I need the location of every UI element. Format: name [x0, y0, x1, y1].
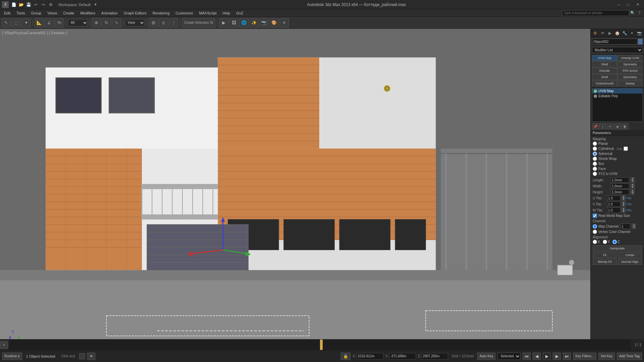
spherical-radio[interactable]: Spherical: [593, 152, 642, 156]
view-select[interactable]: View: [125, 19, 145, 26]
undo-btn[interactable]: ↩: [33, 2, 39, 8]
mod-btn-shell2[interactable]: Shell: [592, 74, 617, 80]
mod-btn-shell1[interactable]: Shell: [592, 61, 617, 67]
menu-group[interactable]: Group: [29, 10, 44, 16]
render-setup[interactable]: Create Selection St: [182, 18, 215, 27]
normal-align-btn[interactable]: Normal Align: [618, 259, 642, 265]
search-input[interactable]: [562, 10, 629, 16]
snap-toggle[interactable]: 📐: [35, 18, 44, 27]
save-btn[interactable]: 💾: [25, 2, 32, 8]
menu-modifiers[interactable]: Modifiers: [77, 10, 98, 16]
mod-btn-sweep[interactable]: Sweep: [618, 80, 643, 86]
menu-graph-editors[interactable]: Graph Editors: [121, 10, 149, 16]
mod-btn-turbosmooth[interactable]: TurboSmooth: [592, 80, 617, 86]
runtime-btn[interactable]: Runtime e: [2, 353, 22, 360]
scale-btn[interactable]: ⤡: [112, 18, 121, 27]
menu-rendering[interactable]: Rendering: [150, 10, 172, 16]
xyz-to-uvw-radio[interactable]: XYZ to UVW: [593, 172, 642, 176]
go-to-start-btn[interactable]: ⏮: [523, 353, 531, 360]
width-down-btn[interactable]: ▼: [631, 186, 635, 189]
search-btn[interactable]: 🔍: [629, 10, 636, 16]
box-radio[interactable]: Box: [593, 162, 642, 166]
effects-btn[interactable]: ✨: [249, 18, 259, 27]
pin-stack-btn[interactable]: 📌: [592, 123, 599, 129]
center-btn[interactable]: Center: [618, 252, 642, 258]
selection-filter[interactable]: All: [68, 19, 88, 26]
play-btn[interactable]: ▶: [543, 353, 551, 360]
click-input[interactable]: [79, 353, 85, 359]
rotate-btn[interactable]: ↻: [102, 18, 111, 27]
create-panel-btn[interactable]: ✦: [629, 30, 635, 37]
object-color-swatch[interactable]: [638, 39, 643, 45]
set-key-btn[interactable]: Set Key: [598, 353, 615, 360]
length-input[interactable]: [611, 177, 629, 183]
v-tile-input[interactable]: [607, 201, 621, 207]
mod-btn-uwv[interactable]: UVW Map: [592, 55, 617, 61]
height-down-btn[interactable]: ▼: [631, 192, 635, 195]
render-frame-btn[interactable]: 🖼: [229, 18, 238, 27]
mod-btn-sym2[interactable]: Symmetry: [618, 74, 643, 80]
mat-editor-btn[interactable]: 🎨: [269, 18, 279, 27]
menu-animation[interactable]: Animation: [99, 10, 120, 16]
key-filters-btn[interactable]: Key Filters...: [573, 353, 596, 360]
real-world-checkbox[interactable]: [593, 214, 597, 218]
channel-down[interactable]: ▼: [632, 226, 636, 229]
cancel-btn[interactable]: ✕: [87, 353, 95, 360]
new-btn[interactable]: 📄: [11, 2, 17, 8]
modifier-list-dropdown[interactable]: Modifier List: [592, 47, 643, 53]
render-props-btn[interactable]: 📷: [636, 30, 643, 37]
add-time-tag-btn[interactable]: Add Time Tag: [617, 353, 642, 360]
help-icon[interactable]: ?: [636, 10, 643, 16]
next-frame-btn[interactable]: ▶: [553, 353, 561, 360]
menu-edit[interactable]: Edit: [1, 10, 13, 16]
stack-item-editpoly[interactable]: Editable Poly: [592, 94, 642, 99]
u-flip-btn[interactable]: Flip: [627, 196, 632, 200]
width-input[interactable]: [611, 183, 629, 189]
modify-panel-btn[interactable]: ⚙: [592, 30, 599, 37]
lock-btn[interactable]: 🔒: [341, 353, 351, 360]
length-down-btn[interactable]: ▼: [631, 180, 635, 183]
timeline-slider[interactable]: [320, 340, 323, 350]
u-tile-input[interactable]: [607, 195, 621, 201]
workspace-dropdown[interactable]: ▼: [93, 2, 99, 8]
redo-btn[interactable]: ↪: [40, 2, 46, 8]
shrink-wrap-radio[interactable]: Shrink Wrap: [593, 157, 642, 161]
maximize-button[interactable]: □: [624, 2, 633, 8]
menu-help[interactable]: Help: [220, 10, 233, 16]
align-x-radio[interactable]: X: [593, 240, 600, 244]
align-y-radio[interactable]: Y: [603, 240, 610, 244]
hierarchy-panel-btn[interactable]: 🏠: [614, 30, 621, 37]
timeline-settings-btn[interactable]: ≡: [0, 341, 8, 349]
render-btn[interactable]: ▶: [219, 18, 228, 27]
open-btn[interactable]: 📂: [18, 2, 24, 8]
show-end-btn[interactable]: |: [599, 123, 606, 129]
cylindrical-radio[interactable]: Cylindrical Cap: [593, 146, 642, 151]
face-radio[interactable]: Face: [593, 167, 642, 171]
x-input[interactable]: [357, 353, 383, 360]
menu-goz[interactable]: GoZ: [233, 10, 246, 16]
planar-radio[interactable]: Planar: [593, 141, 642, 146]
v-tile-down[interactable]: ▼: [622, 204, 626, 207]
timeline-track[interactable]: [9, 340, 631, 350]
vertex-color-radio[interactable]: Vertex Color Channel: [593, 230, 642, 234]
select-object-btn[interactable]: ✦: [21, 18, 31, 27]
menu-tools[interactable]: Tools: [14, 10, 28, 16]
render-to-tex-btn[interactable]: 📷: [259, 18, 269, 27]
y-input[interactable]: [389, 353, 416, 360]
map-channel-radio[interactable]: Map Channel: ▲ ▼: [593, 224, 642, 229]
viewport[interactable]: [ VRayPhysicalCamera001 ] [ Realistic ]: [0, 29, 590, 339]
make-unique-btn[interactable]: ◈: [614, 123, 621, 129]
cap-checkbox[interactable]: [624, 146, 628, 151]
w-tile-down[interactable]: ▼: [622, 210, 626, 213]
close-button[interactable]: ✕: [633, 2, 642, 8]
height-input[interactable]: [611, 189, 629, 195]
align-btn[interactable]: ⊞: [149, 18, 158, 27]
bitmap-fit-btn[interactable]: Bitmap Fit: [593, 259, 617, 265]
v-flip-btn[interactable]: Flip: [627, 202, 632, 206]
go-to-end-btn[interactable]: ⏭: [563, 353, 571, 360]
align-z-radio[interactable]: Z: [612, 240, 620, 244]
motion-panel-btn[interactable]: ▶: [607, 30, 613, 37]
mirror-btn[interactable]: ⧖: [159, 18, 168, 27]
menu-create[interactable]: Create: [60, 10, 77, 16]
display-panel-btn[interactable]: 👁: [599, 30, 606, 37]
